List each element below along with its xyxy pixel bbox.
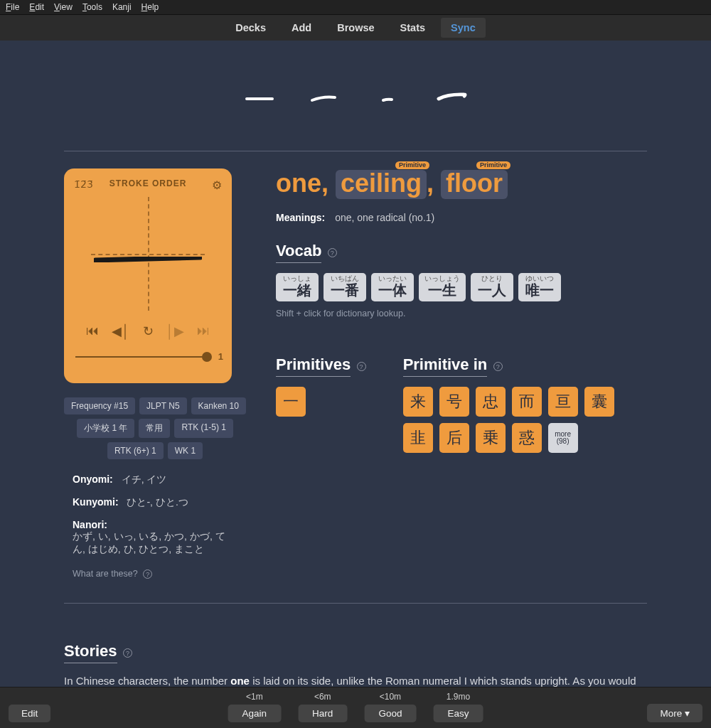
card-content[interactable]: 1̄2̄3̄ ⚙ STROKE ORDER ⏮ ◀│ ↻ │▶ ⏭ [0, 41, 711, 688]
stroke-frame-3 [370, 83, 405, 112]
vocab-chip[interactable]: いっしょ一緒 [276, 273, 319, 301]
keyword-floor: floorPrimitive [441, 170, 508, 199]
stroke-slider[interactable]: 1 [75, 352, 220, 362]
stroke-frame-4 [434, 83, 469, 112]
primitive-badge: Primitive [395, 161, 429, 169]
primitives-grid: 一 [276, 387, 366, 417]
tag[interactable]: 小学校 1 年 [77, 419, 134, 438]
menu-help[interactable]: Help [141, 2, 159, 12]
menubar: File Edit View Tools Kanji Help [0, 0, 711, 15]
stroke-frame-number: 1 [218, 351, 223, 362]
primitive-in-tile[interactable]: 后 [439, 423, 469, 453]
last-frame-icon[interactable]: ⏭ [197, 323, 210, 339]
stroke-canvas [91, 197, 205, 311]
menu-edit[interactable]: Edit [29, 2, 44, 12]
onyomi-label: Onyomi: [73, 473, 113, 485]
divider [64, 603, 647, 604]
vocab-chip[interactable]: ゆいいつ唯一 [518, 273, 561, 301]
primitive-in-heading: Primitive in [403, 355, 488, 377]
primitive-in-tile[interactable]: 亘 [548, 387, 578, 417]
primitive-in-grid: 来 号 忠 而 亘 囊 韭 后 乗 惑 more (9 [403, 387, 624, 453]
tag[interactable]: 常用 [139, 419, 170, 438]
gear-icon[interactable]: ⚙ [212, 178, 222, 192]
primitive-in-tile[interactable]: 号 [439, 387, 469, 417]
edit-button[interactable]: Edit [9, 705, 50, 722]
keywords: one, ceilingPrimitive, floorPrimitive [276, 170, 647, 199]
stroke-frame-1 [242, 83, 277, 112]
meanings-value: one, one radical (no.1) [335, 212, 434, 223]
stroke-order-icon[interactable]: 1̄2̄3̄ [74, 178, 93, 190]
kunyomi-value: ひと-, ひと.つ [127, 496, 188, 508]
onyomi-value: イチ, イツ [122, 473, 167, 485]
tag[interactable]: WK 1 [168, 442, 203, 459]
primitives-heading: Primitives [276, 355, 351, 377]
what-are-these-link[interactable]: What are these? ? [64, 566, 246, 579]
more-button[interactable]: More ▾ [647, 704, 702, 722]
keyword-one: one [276, 168, 321, 198]
replay-icon[interactable]: ↻ [143, 323, 154, 339]
nav-stats[interactable]: Stats [390, 18, 435, 38]
again-time: <1m [228, 692, 282, 702]
stroke-controls: ⏮ ◀│ ↻ │▶ ⏭ [74, 323, 222, 339]
divider [64, 151, 647, 151]
help-icon: ? [143, 569, 152, 579]
again-button[interactable]: Again [228, 705, 282, 722]
nav-sync[interactable]: Sync [441, 18, 486, 38]
primitive-in-tile[interactable]: 惑 [512, 423, 542, 453]
keyword-ceiling: ceilingPrimitive [336, 170, 427, 199]
nav-browse[interactable]: Browse [327, 18, 384, 38]
help-icon[interactable]: ? [357, 362, 366, 371]
easy-button[interactable]: Easy [433, 705, 483, 722]
menu-kanji[interactable]: Kanji [112, 2, 132, 12]
vocab-chip[interactable]: いちばん一番 [324, 273, 366, 301]
first-frame-icon[interactable]: ⏮ [86, 323, 99, 339]
primitive-in-tile[interactable]: 韭 [403, 423, 433, 453]
tag[interactable]: RTK (1-5) 1 [174, 419, 232, 438]
vocab-chip[interactable]: いっしょう一生 [419, 273, 466, 301]
vocab-chip[interactable]: いったい一体 [371, 273, 414, 301]
prev-frame-icon[interactable]: ◀│ [112, 323, 129, 339]
meanings-row: Meanings: one, one radical (no.1) [276, 212, 647, 223]
primitive-in-more[interactable]: more (98) [548, 423, 578, 453]
menu-view[interactable]: View [54, 2, 73, 12]
stroke-order-card: 1̄2̄3̄ ⚙ STROKE ORDER ⏮ ◀│ ↻ │▶ ⏭ [64, 168, 232, 383]
tag[interactable]: Kanken 10 [191, 397, 246, 414]
tag[interactable]: JLPT N5 [139, 397, 186, 414]
vocab-heading: Vocab [276, 242, 321, 263]
hard-button[interactable]: Hard [298, 705, 347, 722]
story-text: In Chinese characters, the number one is… [64, 673, 647, 688]
primitive-tile[interactable]: 一 [276, 387, 306, 417]
good-time: <10m [364, 692, 416, 702]
answer-bar: Edit <1m Again <6m Hard <10m Good 1.9mo … [0, 687, 711, 728]
nav-decks[interactable]: Decks [225, 18, 276, 38]
primitive-in-tile[interactable]: 忠 [476, 387, 506, 417]
menu-tools[interactable]: Tools [82, 2, 102, 12]
meanings-label: Meanings: [276, 212, 325, 223]
stroke-frame-2 [306, 83, 341, 112]
nav-add[interactable]: Add [282, 18, 321, 38]
kunyomi-label: Kunyomi: [73, 496, 119, 508]
easy-time: 1.9mo [433, 692, 483, 702]
help-icon[interactable]: ? [328, 248, 337, 257]
primitive-badge: Primitive [476, 161, 510, 169]
tag[interactable]: RTK (6+) 1 [107, 442, 164, 459]
primitive-in-tile[interactable]: 乗 [476, 423, 506, 453]
help-icon[interactable]: ? [123, 648, 132, 658]
stroke-frames-strip [64, 41, 647, 151]
stories-heading: Stories [64, 642, 117, 663]
tag-list: Frequency #15 JLPT N5 Kanken 10 小学校 1 年 … [64, 397, 246, 459]
readings: Onyomi: イチ, イツ Kunyomi: ひと-, ひと.つ Nanori… [64, 473, 246, 556]
vocab-hint: Shift + click for dictionary lookup. [276, 309, 647, 318]
menu-file[interactable]: File [6, 2, 19, 12]
primitive-in-tile[interactable]: 囊 [584, 387, 614, 417]
help-icon[interactable]: ? [493, 362, 503, 371]
primitive-in-tile[interactable]: 而 [512, 387, 542, 417]
top-nav: Decks Add Browse Stats Sync [0, 15, 711, 41]
nanori-value: かず, い, いっ, いる, かつ, かづ, てん, はじめ, ひ, ひとつ, … [73, 530, 225, 555]
primitive-in-tile[interactable]: 来 [403, 387, 433, 417]
vocab-chip[interactable]: ひとり一人 [471, 273, 513, 301]
tag[interactable]: Frequency #15 [64, 397, 135, 414]
next-frame-icon[interactable]: │▶ [166, 323, 184, 339]
nanori-label: Nanori: [73, 519, 107, 530]
good-button[interactable]: Good [364, 705, 416, 722]
